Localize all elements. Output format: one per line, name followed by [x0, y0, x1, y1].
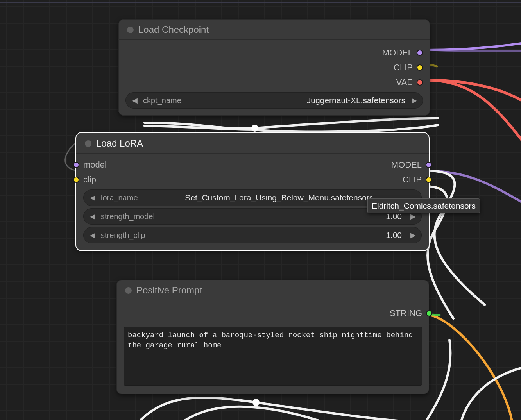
tooltip-text: Eldritch_Comics.safetensors: [372, 201, 476, 210]
output-port-vae[interactable]: [417, 79, 423, 86]
widget-strength-clip[interactable]: ◀ strength_clip 1.00 ▶: [83, 227, 422, 243]
chevron-right-icon[interactable]: ▶: [409, 231, 416, 239]
output-row-clip: CLIP: [125, 60, 423, 75]
output-row-vae: VAE: [125, 75, 423, 90]
input-label-clip: clip: [83, 175, 96, 185]
output-label-clip: CLIP: [394, 63, 413, 73]
svg-point-0: [251, 125, 258, 132]
chevron-left-icon[interactable]: ◀: [89, 193, 96, 202]
chevron-left-icon[interactable]: ◀: [89, 212, 96, 221]
widget-label: strength_model: [101, 212, 155, 221]
output-row-string: STRING: [124, 306, 422, 321]
widget-value: 1.00: [150, 231, 404, 240]
output-label-clip: CLIP: [403, 175, 422, 185]
node-load-checkpoint[interactable]: Load Checkpoint MODEL CLIP VAE: [118, 19, 430, 116]
output-port-model[interactable]: [417, 50, 423, 56]
node-title: Positive Prompt: [136, 285, 202, 296]
top-divider: [0, 2, 521, 3]
chevron-right-icon[interactable]: ▶: [409, 212, 416, 221]
input-port-clip[interactable]: [73, 177, 79, 183]
widget-label: ckpt_name: [143, 96, 181, 105]
output-label-model: MODEL: [382, 48, 413, 58]
node-load-lora[interactable]: Load LoRA model MODEL clip CLIP: [76, 133, 429, 250]
node-title: Load LoRA: [96, 138, 143, 149]
widget-value: 1.00: [159, 212, 404, 221]
output-row-model: MODEL: [125, 45, 423, 60]
collapse-dot-icon[interactable]: [127, 27, 134, 33]
widget-ckpt-name[interactable]: ◀ ckpt_name Juggernaut-XL.safetensors ▶: [125, 92, 423, 109]
node-graph-canvas[interactable]: Load Checkpoint MODEL CLIP VAE: [0, 0, 521, 420]
widget-label: lora_name: [101, 193, 138, 202]
output-label-model: MODEL: [391, 160, 422, 170]
chevron-left-icon[interactable]: ◀: [89, 231, 96, 239]
output-label-vae: VAE: [396, 77, 413, 88]
node-header[interactable]: Positive Prompt: [116, 280, 429, 300]
output-port-model[interactable]: [426, 162, 432, 168]
widget-label: strength_clip: [101, 231, 145, 240]
tooltip: Eldritch_Comics.safetensors: [367, 198, 480, 213]
prompt-textarea[interactable]: [124, 327, 422, 386]
collapse-dot-icon[interactable]: [85, 140, 91, 147]
input-label-model: model: [83, 160, 107, 170]
output-label-string: STRING: [390, 308, 422, 318]
collapse-dot-icon[interactable]: [125, 287, 132, 294]
widget-value: Juggernaut-XL.safetensors: [186, 96, 405, 105]
node-header[interactable]: Load Checkpoint: [118, 19, 430, 40]
output-port-string[interactable]: [426, 310, 432, 316]
chevron-right-icon[interactable]: ▶: [410, 96, 417, 105]
node-title: Load Checkpoint: [138, 24, 209, 35]
node-header[interactable]: Load LoRA: [76, 133, 429, 154]
output-port-clip[interactable]: [426, 177, 432, 183]
svg-point-1: [252, 399, 260, 406]
node-positive-prompt[interactable]: Positive Prompt STRING: [116, 280, 429, 394]
input-port-model[interactable]: [73, 162, 79, 168]
output-port-clip[interactable]: [417, 64, 423, 71]
chevron-left-icon[interactable]: ◀: [131, 96, 138, 105]
